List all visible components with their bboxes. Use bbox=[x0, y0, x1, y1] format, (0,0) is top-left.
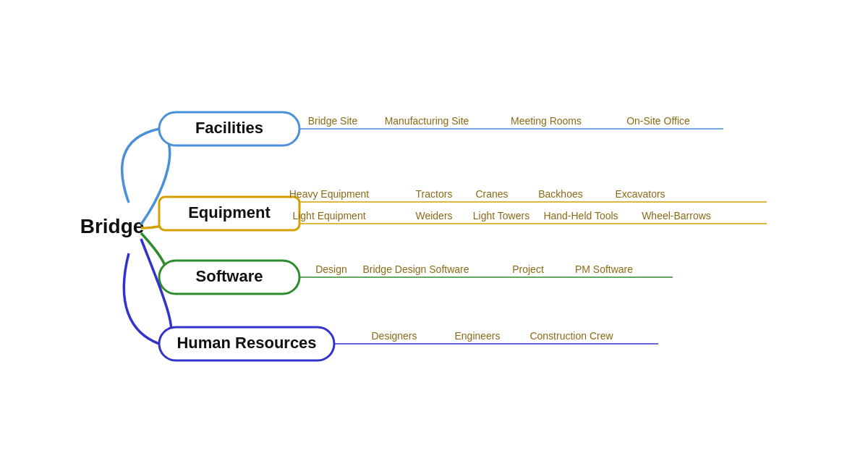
facilities-item-4: On-Site Office bbox=[626, 115, 690, 127]
equipment-heavy-label: Heavy Equipment bbox=[289, 188, 370, 200]
software-label: Software bbox=[196, 267, 263, 285]
software-pm-software: PM Software bbox=[575, 263, 633, 275]
equipment-excavators: Excavators bbox=[615, 188, 665, 200]
trunk-top bbox=[122, 129, 159, 203]
equipment-light-towers: Light Towers bbox=[473, 210, 529, 221]
hr-designers: Designers bbox=[371, 330, 417, 342]
equipment-weiders: Weiders bbox=[415, 210, 452, 221]
equipment-backhoes: Backhoes bbox=[538, 188, 582, 200]
software-bridge-design: Bridge Design Software bbox=[362, 263, 469, 275]
hr-label: Human Resources bbox=[176, 334, 316, 352]
equipment-cranes: Cranes bbox=[475, 188, 508, 200]
facilities-item-1: Bridge Site bbox=[308, 115, 358, 127]
facilities-item-3: Meeting Rooms bbox=[511, 115, 582, 127]
equipment-tractors: Tractors bbox=[416, 188, 453, 200]
root-label: Bridge bbox=[80, 215, 145, 237]
hr-construction-crew: Construction Crew bbox=[529, 330, 613, 342]
equipment-wheel-barrows: Wheel-Barrows bbox=[642, 210, 711, 221]
equipment-label: Equipment bbox=[188, 203, 271, 221]
software-design-label: Design bbox=[315, 263, 347, 275]
facilities-label: Facilities bbox=[195, 119, 263, 137]
equipment-hand-held: Hand-Held Tools bbox=[543, 210, 618, 221]
trunk-bottom bbox=[124, 253, 159, 344]
equipment-light-label: Light Equipment bbox=[292, 210, 365, 221]
mindmap-diagram: Bridge Facilities Bridge Site Manufactur… bbox=[0, 0, 868, 456]
hr-engineers: Engineers bbox=[454, 330, 500, 342]
software-project-label: Project bbox=[512, 263, 544, 275]
facilities-item-2: Manufacturing Site bbox=[385, 115, 469, 127]
